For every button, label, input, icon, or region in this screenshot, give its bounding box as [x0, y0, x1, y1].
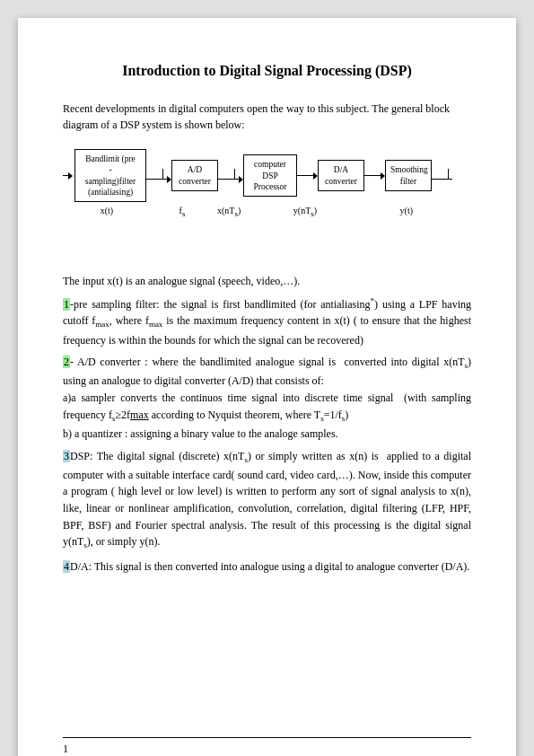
body-content: The input x(t) is an analogue signal (sp…	[63, 273, 471, 575]
label-2: 2	[63, 356, 70, 368]
para-4: 4D/A: This signal is then converted into…	[63, 558, 471, 576]
label-1: 1	[63, 298, 70, 311]
da-block: D/Aconverter	[318, 160, 364, 191]
label-4: 4	[63, 560, 70, 573]
page-title: Introduction to Digital Signal Processin…	[63, 63, 471, 79]
para-input: The input x(t) is an analogue signal (sp…	[63, 273, 471, 290]
intro-paragraph: Recent developments in digital computers…	[63, 101, 471, 133]
page: Introduction to Digital Signal Processin…	[18, 18, 516, 756]
dsp-block: computerDSPProcessor	[243, 154, 297, 197]
page-number: 1	[63, 743, 68, 756]
footer-line	[63, 737, 471, 738]
block-diagram: Bandlimit (pre-sampling)filter(antialias…	[63, 149, 471, 257]
para-1: 1-pre sampling filter: the signal is fir…	[63, 295, 471, 349]
smooth-block: Smoothingfilter	[385, 160, 432, 191]
para-3: 3DSP: The digital signal (discrete) x(nT…	[63, 448, 471, 553]
xt-label: x(t)	[66, 206, 147, 215]
fs-label: fs	[147, 206, 217, 218]
para-2: 2- A/D converter : where the bandlimited…	[63, 354, 471, 442]
yt-label: y(t)	[341, 206, 413, 215]
label-3: 3	[63, 450, 70, 462]
ad-block: A/Dconverter	[171, 160, 218, 191]
ynts-label: y(nTs)	[269, 206, 341, 218]
bandlimit-block: Bandlimit (pre-sampling)filter(antialias…	[74, 149, 146, 202]
xnts-label: x(nTs)	[217, 206, 269, 218]
